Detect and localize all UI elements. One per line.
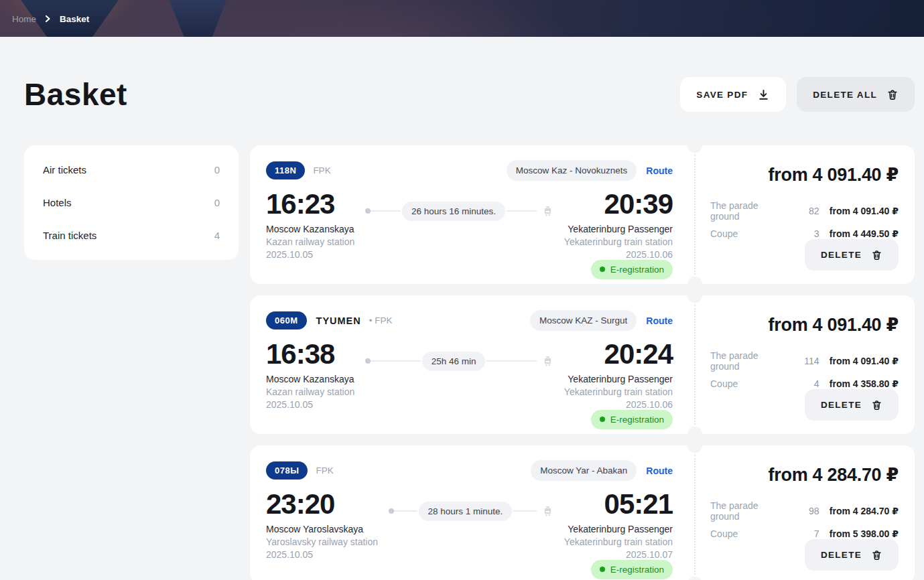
arrival-terminal: Yekaterinburg train station xyxy=(564,236,673,247)
timeline-dot xyxy=(365,358,371,364)
class-price: from 4 449.50 ₽ xyxy=(819,228,899,239)
ticket-list: 118N FPK Moscow Kaz - Novokuznets Route … xyxy=(250,145,915,580)
arrival-date: 2025.10.06 xyxy=(564,399,673,410)
trash-icon xyxy=(871,249,882,261)
trash-icon xyxy=(871,549,882,561)
departure-station: Moscow Kazanskaya xyxy=(266,224,354,234)
page-header: Basket SAVE PDF DELETE ALL xyxy=(24,76,915,113)
delete-all-label: DELETE ALL xyxy=(813,90,877,100)
timeline-dot xyxy=(365,208,371,214)
class-seats: 7 xyxy=(790,528,819,539)
departure-station: Moscow Kazanskaya xyxy=(266,374,354,384)
arrival-date: 2025.10.06 xyxy=(564,249,673,260)
class-name: The parade ground xyxy=(710,350,790,372)
duration-pill: 26 hours 16 minutes. xyxy=(402,202,505,221)
departure-date: 2025.10.05 xyxy=(266,549,378,560)
class-name: The parade ground xyxy=(710,500,790,522)
sidebar-item-label: Train tickets xyxy=(43,230,96,241)
delete-all-button[interactable]: DELETE ALL xyxy=(797,77,915,112)
ticket-journey-panel: 078Ы FPK Moscow Yar - Abakan Route 23:20… xyxy=(250,445,694,580)
departure-terminal: Kazan railway station xyxy=(266,386,354,397)
trash-icon xyxy=(871,399,882,411)
arrival-station: Yekaterinburg Passenger xyxy=(564,374,673,384)
duration-pill: 28 hours 1 minute. xyxy=(419,502,513,521)
class-price: from 4 284.70 ₽ xyxy=(819,506,899,516)
e-registration-label: E-registration xyxy=(610,565,664,575)
delete-label: DELETE xyxy=(821,400,862,410)
sidebar-item-count: 0 xyxy=(214,197,220,208)
balloon-silhouette xyxy=(751,0,892,37)
class-row: Coupe 7 from 5 398.00 ₽ xyxy=(710,528,899,539)
ticket-notch xyxy=(687,138,702,153)
train-number-badge: 078Ы xyxy=(266,461,308,480)
class-seats: 82 xyxy=(790,206,819,216)
download-icon xyxy=(757,88,770,101)
departure-date: 2025.10.05 xyxy=(266,399,354,410)
delete-ticket-button[interactable]: DELETE xyxy=(805,239,899,271)
class-seats: 114 xyxy=(790,356,819,366)
save-pdf-button[interactable]: SAVE PDF xyxy=(680,77,786,112)
route-link[interactable]: Route xyxy=(646,165,673,176)
route-summary-pill: Moscow Kaz - Novokuznets xyxy=(507,160,637,181)
breadcrumb-home-link[interactable]: Home xyxy=(12,13,36,23)
delete-ticket-button[interactable]: DELETE xyxy=(805,539,899,571)
route-link[interactable]: Route xyxy=(646,465,673,476)
breadcrumb-current: Basket xyxy=(60,13,89,23)
delete-label: DELETE xyxy=(821,250,862,260)
sidebar-item-label: Air tickets xyxy=(43,164,86,175)
arrival-block: 20:24 Yekaterinburg Passenger Yekaterinb… xyxy=(564,340,673,410)
class-price: from 4 091.40 ₽ xyxy=(819,206,899,216)
arrival-station: Yekaterinburg Passenger xyxy=(564,224,673,234)
sidebar-item-air-tickets[interactable]: Air tickets 0 xyxy=(43,153,220,186)
class-row: Coupe 3 from 4 449.50 ₽ xyxy=(710,228,899,239)
trash-icon xyxy=(886,88,899,101)
train-number-badge: 060M xyxy=(266,311,307,330)
departure-date: 2025.10.05 xyxy=(266,249,354,260)
class-row: The parade ground 114 from 4 091.40 ₽ xyxy=(710,350,899,372)
train-number-badge: 118N xyxy=(266,161,305,179)
breadcrumb: Home Basket xyxy=(12,13,89,23)
page-title: Basket xyxy=(24,76,127,113)
e-registration-label: E-registration xyxy=(610,415,664,425)
ticket-card: 118N FPK Moscow Kaz - Novokuznets Route … xyxy=(250,145,915,284)
green-dot-icon xyxy=(600,567,605,572)
sidebar-item-count: 4 xyxy=(214,230,220,241)
carrier-label: FPK xyxy=(313,165,330,175)
e-registration-badge: E-registration xyxy=(591,410,673,429)
class-row: The parade ground 98 from 4 284.70 ₽ xyxy=(710,500,899,522)
route-link[interactable]: Route xyxy=(646,315,673,326)
arrival-date: 2025.10.07 xyxy=(564,549,673,560)
ticket-notch xyxy=(687,288,702,303)
journey-timeline: 26 hours 16 minutes. xyxy=(365,202,553,220)
departure-time: 16:38 xyxy=(266,340,354,369)
delete-ticket-button[interactable]: DELETE xyxy=(805,389,899,421)
class-price: from 4 091.40 ₽ xyxy=(819,356,899,366)
route-summary-pill: Moscow Yar - Abakan xyxy=(531,460,637,481)
green-dot-icon xyxy=(600,267,605,272)
arrival-time: 20:39 xyxy=(564,190,673,219)
departure-block: 16:23 Moscow Kazanskaya Kazan railway st… xyxy=(266,190,354,260)
price-from: from 4 284.70 ₽ xyxy=(710,464,899,486)
delete-label: DELETE xyxy=(821,550,862,560)
sidebar-item-label: Hotels xyxy=(43,197,72,208)
journey-timeline: 28 hours 1 minute. xyxy=(389,502,553,520)
ticket-card: 078Ы FPK Moscow Yar - Abakan Route 23:20… xyxy=(250,445,915,580)
arrival-station: Yekaterinburg Passenger xyxy=(564,524,673,534)
arrival-terminal: Yekaterinburg train station xyxy=(564,536,673,547)
class-name: Coupe xyxy=(710,228,790,239)
class-price: from 4 358.80 ₽ xyxy=(819,378,899,389)
ticket-journey-panel: 060M TYUMEN • FPK Moscow KAZ - Surgut Ro… xyxy=(250,295,694,434)
header-actions: SAVE PDF DELETE ALL xyxy=(680,77,915,112)
sidebar-item-train-tickets[interactable]: Train tickets 4 xyxy=(43,219,220,252)
ticket-perforation-divider xyxy=(694,305,696,425)
ticket-price-panel: from 4 284.70 ₽ The parade ground 98 fro… xyxy=(694,445,915,580)
arrival-time: 05:21 xyxy=(564,490,673,519)
ticket-price-panel: from 4 091.40 ₽ The parade ground 114 fr… xyxy=(694,295,915,434)
carrier-label: FPK xyxy=(316,465,333,476)
journey-timeline: 25h 46 min xyxy=(365,352,553,370)
train-icon xyxy=(542,506,553,517)
ticket-perforation-divider xyxy=(694,155,696,275)
ticket-journey-panel: 118N FPK Moscow Kaz - Novokuznets Route … xyxy=(250,145,694,284)
timeline-dot xyxy=(389,508,394,514)
sidebar-item-hotels[interactable]: Hotels 0 xyxy=(43,186,220,219)
